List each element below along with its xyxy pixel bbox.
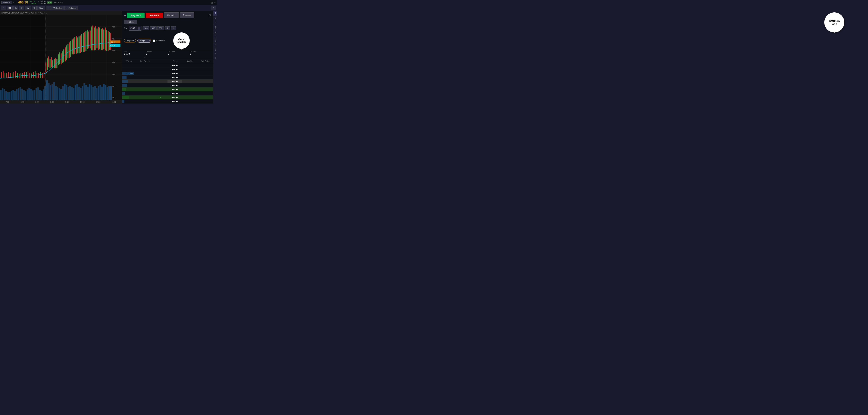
dom-cell-price[interactable]: 466.99: [167, 76, 182, 79]
dom-cell-price[interactable]: 466.95: [167, 92, 182, 95]
auto-send-label: auto send: [156, 39, 164, 42]
indicator-button[interactable]: ⚗: [13, 6, 19, 10]
dom-cell-price[interactable]: 466.93: [167, 100, 182, 103]
svg-text:462: 462: [112, 96, 116, 98]
svg-rect-113: [59, 53, 60, 64]
sell-mkt-button[interactable]: Sell MKT: [146, 12, 163, 18]
settings-gear-button[interactable]: ⚙: [209, 14, 211, 17]
qty-up-button[interactable]: ▲: [137, 27, 140, 28]
svg-rect-56: [73, 88, 74, 100]
studies-button[interactable]: ⚗ Studies: [52, 6, 64, 10]
sidebar-tab-trd[interactable]: Trd: [213, 11, 217, 16]
dom-cell-size: [153, 73, 167, 73]
dom-cell-price[interactable]: 467.00: [167, 72, 182, 75]
menu-icon[interactable]: ≡: [214, 1, 216, 4]
cursor-button[interactable]: ↖: [46, 6, 51, 10]
dom-cell-price-current[interactable]: 466.98: [167, 80, 182, 83]
sidebar-tab-ps[interactable]: PS: [213, 42, 217, 47]
settings-button[interactable]: ⚙: [19, 6, 24, 10]
draw-button[interactable]: ✎: [211, 6, 216, 10]
sidebar-tab-c2[interactable]: C2: [213, 34, 217, 38]
svg-rect-24: [16, 89, 18, 100]
svg-rect-32: [30, 89, 32, 100]
sidebar-tab-ts[interactable]: TS: [213, 16, 217, 20]
cancel-button[interactable]: Cancel...: [164, 12, 179, 18]
sidebar-tab-db[interactable]: DB: [213, 47, 217, 52]
pl-open-col: P/L Open 0: [168, 51, 189, 55]
dom-cell-sell-orders: [198, 73, 213, 73]
flatten-button[interactable]: Flatten: [124, 20, 137, 24]
qty-preset-300[interactable]: 300: [150, 26, 157, 30]
style-button[interactable]: Style: [37, 6, 45, 10]
svg-rect-105: [48, 57, 49, 67]
dom-cell-price[interactable]: 467.01: [167, 68, 182, 71]
time-axis: 7:30 8:00 8:30 9:00 9:30 10:00 10:30 11:…: [0, 100, 122, 104]
svg-text:465.96: 465.96: [110, 45, 116, 47]
chart-area: [NASDAQ] D: 8/19/20 11:20 AM O: 467.22 H…: [0, 11, 122, 104]
order-template-annotation: Ordertemplate: [173, 32, 190, 49]
pos-flat-label: Pos Flat: [146, 51, 167, 53]
dom-settings-icon[interactable]: ≡: [144, 56, 145, 58]
share-button[interactable]: ↗: [1, 6, 6, 10]
dom-cell-price[interactable]: 466.96: [167, 88, 182, 91]
share-icon: ↗: [3, 7, 4, 9]
qty-preset-500[interactable]: 500: [157, 26, 164, 30]
more-label: ...: [46, 12, 47, 14]
reverse-button[interactable]: Reverse: [180, 12, 194, 18]
time-label-1100: 11:00: [112, 101, 116, 103]
time-label-800: 8:00: [21, 101, 24, 103]
dom-cell-volume: [122, 100, 137, 103]
dom-cell-ask-size: [182, 73, 198, 73]
sidebar-tab-c3[interactable]: C3: [213, 38, 217, 43]
symbol-text: AMZN: [3, 1, 8, 4]
symbol-dropdown[interactable]: AMZN: [1, 1, 12, 4]
svg-rect-135: [90, 30, 91, 48]
svg-rect-65: [89, 84, 91, 100]
qty-preset-group: 100 300 500 1k 2k: [143, 26, 176, 30]
dropdown-arrow-icon: [9, 2, 10, 3]
net-pos: Net Pos: 0: [54, 1, 63, 4]
template-select[interactable]: Single OCO Bracket: [137, 39, 151, 42]
auto-send-checkbox[interactable]: [153, 39, 155, 42]
svg-rect-63: [85, 85, 87, 100]
news-button[interactable]: 📰: [7, 6, 12, 10]
dom-cell-volume: [122, 80, 137, 83]
qty-preset-100[interactable]: 100: [143, 26, 149, 30]
dom-cell-price[interactable]: 467.02: [167, 64, 182, 67]
dom-cell-sell-orders: [198, 85, 213, 86]
sidebar-tab-at[interactable]: AT: [213, 20, 217, 25]
dom-row: 1 466.92: [122, 103, 213, 104]
svg-rect-36: [37, 87, 39, 100]
grid-icon[interactable]: ⊞: [211, 1, 213, 4]
dom-cell-volume: [122, 76, 137, 79]
qty-input[interactable]: +100 ▲ ▼: [129, 26, 142, 31]
svg-rect-61: [82, 86, 83, 100]
qty-preset-1k[interactable]: 1k: [164, 26, 170, 30]
svg-rect-33: [32, 90, 34, 100]
qty-stepper[interactable]: ▲ ▼: [137, 27, 140, 30]
timeframe-button[interactable]: 5m: [25, 6, 31, 10]
qty-down-button[interactable]: ▼: [137, 28, 140, 30]
sidebar-tab-l2[interactable]: L2: [213, 52, 217, 56]
collapse-arrow-icon[interactable]: ◀: [124, 14, 126, 17]
sidebar-tab-btns[interactable]: Btns: [213, 25, 217, 30]
pl-day-value: 0: [190, 53, 211, 55]
dom-cell-price[interactable]: 466.97: [167, 84, 182, 87]
sidebar-tab-n[interactable]: N: [213, 56, 217, 60]
time-label-830: 8:30: [35, 101, 39, 103]
buy-mkt-button[interactable]: Buy MKT: [127, 12, 145, 18]
dom-cell-price[interactable]: 466.94: [167, 96, 182, 99]
studies-beaker-icon: ⚗: [53, 7, 55, 9]
sidebar-tab-c[interactable]: C: [213, 30, 217, 34]
patterns-button[interactable]: 〰 Patterns: [64, 6, 78, 10]
svg-rect-64: [87, 87, 89, 100]
time-label-1000: 10:00: [80, 101, 85, 103]
svg-rect-85: [13, 72, 14, 78]
dom-cell-volume: 313,483: [122, 72, 137, 75]
crosshair-button[interactable]: ⊕: [32, 6, 37, 10]
svg-rect-123: [73, 38, 74, 54]
qty-preset-2k[interactable]: 2k: [171, 26, 176, 30]
dom-cell-ask-size: [182, 69, 198, 69]
svg-rect-14: [0, 14, 45, 100]
dom-cell-sell-orders: [198, 89, 213, 90]
